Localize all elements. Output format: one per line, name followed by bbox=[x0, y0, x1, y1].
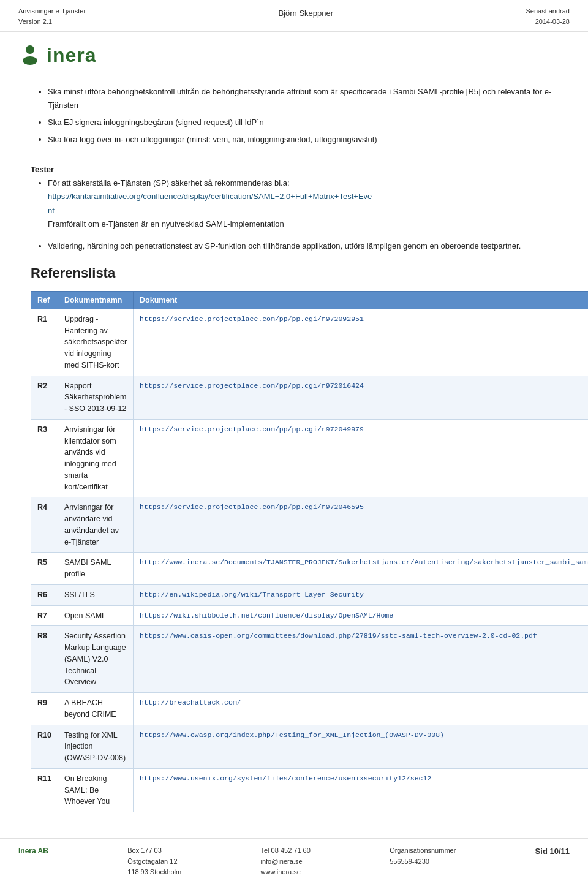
last-changed-date: 2014-03-28 bbox=[526, 17, 570, 27]
ref-name-cell: SSL/TLS bbox=[58, 584, 133, 605]
table-row: R9A BREACH beyond CRIMEhttp://breachatta… bbox=[31, 693, 589, 725]
footer-org-col: Organisationsnummer 556559-4230 bbox=[390, 845, 456, 867]
list-item: Ska EJ signera inloggningsbegäran (signe… bbox=[48, 116, 557, 129]
inera-logo-icon bbox=[18, 43, 42, 67]
footer-org-label: Organisationsnummer bbox=[390, 845, 456, 856]
ref-id-cell: R2 bbox=[31, 376, 58, 419]
ref-id-cell: R4 bbox=[31, 497, 58, 553]
list-item: Ska föra logg över in- och utloggningar … bbox=[48, 133, 557, 146]
footer-page: Sid 10/11 bbox=[535, 845, 570, 858]
ref-id-cell: R8 bbox=[31, 626, 58, 693]
page-footer: Inera AB Box 177 03 Östgötagatan 12 118 … bbox=[0, 838, 588, 884]
ref-doc-cell: http://www.inera.se/Documents/TJANSTER_P… bbox=[134, 553, 588, 585]
footer-address2: Östgötagatan 12 bbox=[127, 856, 181, 867]
table-row: R8Security Assertion Markup Language (SA… bbox=[31, 626, 589, 693]
footer-address-col: Box 177 03 Östgötagatan 12 118 93 Stockh… bbox=[127, 845, 181, 878]
footer-address3: 118 93 Stockholm bbox=[127, 867, 181, 878]
ref-doc-cell: https://service.projectplace.com/pp/pp.c… bbox=[134, 309, 588, 376]
table-row: R7Open SAMLhttps://wiki.shibboleth.net/c… bbox=[31, 605, 589, 626]
tester-bullet-text: För att säkerställa e-Tjänsten (SP) säke… bbox=[48, 178, 290, 187]
ref-id-cell: R5 bbox=[31, 553, 58, 585]
ref-doc-cell: https://www.oasis-open.org/committees/do… bbox=[134, 626, 588, 693]
last-changed-label: Senast ändrad bbox=[526, 6, 570, 17]
referenslista-heading: Referenslista bbox=[31, 265, 557, 281]
ref-doc-cell: https://wiki.shibboleth.net/confluence/d… bbox=[134, 605, 588, 626]
doc-title: Anvisningar e-Tjänster bbox=[18, 6, 86, 17]
footer-page-col: Sid 10/11 bbox=[535, 845, 570, 858]
ref-name-cell: Security Assertion Markup Language (SAML… bbox=[58, 626, 133, 693]
table-row: R10Testing for XML Injection (OWASP-DV-0… bbox=[31, 725, 589, 768]
table-row: R1Uppdrag - Hantering av säkerhetsaspekt… bbox=[31, 309, 589, 376]
tester-label: Tester bbox=[31, 165, 557, 174]
ref-doc-cell: https://www.owasp.org/index.php/Testing_… bbox=[134, 725, 588, 768]
footer-web: www.inera.se bbox=[261, 867, 311, 878]
ref-name-cell: Rapport Säkerhetsproblem - SSO 2013-09-1… bbox=[58, 376, 133, 419]
tester-list-2: Validering, härdning och penetrationstes… bbox=[31, 240, 557, 253]
header-left: Anvisningar e-Tjänster Version 2.1 bbox=[18, 6, 86, 26]
ref-name-cell: Open SAML bbox=[58, 605, 133, 626]
ref-id-cell: R7 bbox=[31, 605, 58, 626]
col-ref: Ref bbox=[31, 291, 58, 309]
ref-name-cell: On Breaking SAML: Be Whoever You bbox=[58, 768, 133, 812]
requirements-list: Ska minst utföra behörighetskontroll uti… bbox=[31, 85, 557, 146]
ref-doc-cell: https://service.projectplace.com/pp/pp.c… bbox=[134, 497, 588, 553]
header-author: Björn Skeppner bbox=[278, 6, 333, 18]
logo-area: inera bbox=[0, 32, 588, 73]
table-header-row: Ref Dokumentnamn Dokument bbox=[31, 291, 589, 309]
ref-doc-cell: https://www.usenix.org/system/files/conf… bbox=[134, 768, 588, 812]
ref-name-cell: Anvisnngar för användare vid användandet… bbox=[58, 497, 133, 553]
table-row: R5SAMBI SAML profilehttp://www.inera.se/… bbox=[31, 553, 589, 585]
ref-doc-cell: https://service.projectplace.com/pp/pp.c… bbox=[134, 376, 588, 419]
tester-list: För att säkerställa e-Tjänsten (SP) säke… bbox=[31, 176, 557, 230]
ref-doc-cell: http://breachattack.com/ bbox=[134, 693, 588, 725]
footer-contact-col: Tel 08 452 71 60 info@inera.se www.inera… bbox=[261, 845, 311, 878]
ref-name-cell: Testing for XML Injection (OWASP-DV-008) bbox=[58, 725, 133, 768]
reference-table: Ref Dokumentnamn Dokument R1Uppdrag - Ha… bbox=[31, 291, 588, 812]
footer-brand-col: Inera AB bbox=[18, 845, 48, 857]
bullet-section: Ska minst utföra behörighetskontroll uti… bbox=[31, 85, 557, 146]
ref-id-cell: R3 bbox=[31, 419, 58, 497]
col-docname: Dokumentnamn bbox=[58, 291, 133, 309]
list-item: Ska minst utföra behörighetskontroll uti… bbox=[48, 85, 557, 112]
table-row: R4Anvisnngar för användare vid användand… bbox=[31, 497, 589, 553]
header-right: Senast ändrad 2014-03-28 bbox=[526, 6, 570, 26]
ref-name-cell: Uppdrag - Hantering av säkerhetsaspekter… bbox=[58, 309, 133, 376]
ref-id-cell: R6 bbox=[31, 584, 58, 605]
table-row: R11On Breaking SAML: Be Whoever Youhttps… bbox=[31, 768, 589, 812]
svg-point-1 bbox=[23, 56, 37, 65]
ref-doc-cell: https://service.projectplace.com/pp/pp.c… bbox=[134, 419, 588, 497]
ref-doc-cell: http://en.wikipedia.org/wiki/Transport_L… bbox=[134, 584, 588, 605]
footer-email: info@inera.se bbox=[261, 856, 311, 867]
doc-version: Version 2.1 bbox=[18, 17, 86, 27]
tester-note: Framförallt om e-Tjänsten är en nyutveck… bbox=[48, 219, 284, 229]
ref-id-cell: R9 bbox=[31, 693, 58, 725]
footer-phone: Tel 08 452 71 60 bbox=[261, 845, 311, 856]
ref-id-cell: R1 bbox=[31, 309, 58, 376]
logo-text: inera bbox=[47, 44, 96, 67]
col-doc: Dokument bbox=[134, 291, 588, 309]
tester-list-item-2: Validering, härdning och penetrationstes… bbox=[48, 240, 557, 253]
footer-address1: Box 177 03 bbox=[127, 845, 181, 856]
table-row: R6SSL/TLShttp://en.wikipedia.org/wiki/Tr… bbox=[31, 584, 589, 605]
tester-list-item: För att säkerställa e-Tjänsten (SP) säke… bbox=[48, 176, 557, 230]
main-content: Ska minst utföra behörighetskontroll uti… bbox=[0, 73, 588, 837]
footer-brand: Inera AB bbox=[18, 845, 48, 857]
page-header: Anvisningar e-Tjänster Version 2.1 Björn… bbox=[0, 0, 588, 32]
ref-name-cell: A BREACH beyond CRIME bbox=[58, 693, 133, 725]
ref-name-cell: SAMBI SAML profile bbox=[58, 553, 133, 585]
footer-org-number: 556559-4230 bbox=[390, 856, 456, 867]
table-row: R2Rapport Säkerhetsproblem - SSO 2013-09… bbox=[31, 376, 589, 419]
logo: inera bbox=[18, 43, 570, 67]
tester-link[interactable]: https://kantarainitiative.org/confluence… bbox=[48, 192, 372, 214]
svg-point-0 bbox=[26, 45, 34, 54]
ref-id-cell: R11 bbox=[31, 768, 58, 812]
ref-id-cell: R10 bbox=[31, 725, 58, 768]
tester-section: Tester För att säkerställa e-Tjänsten (S… bbox=[31, 165, 557, 252]
table-row: R3Anvisningar för klientdator som använd… bbox=[31, 419, 589, 497]
ref-name-cell: Anvisningar för klientdator som används … bbox=[58, 419, 133, 497]
